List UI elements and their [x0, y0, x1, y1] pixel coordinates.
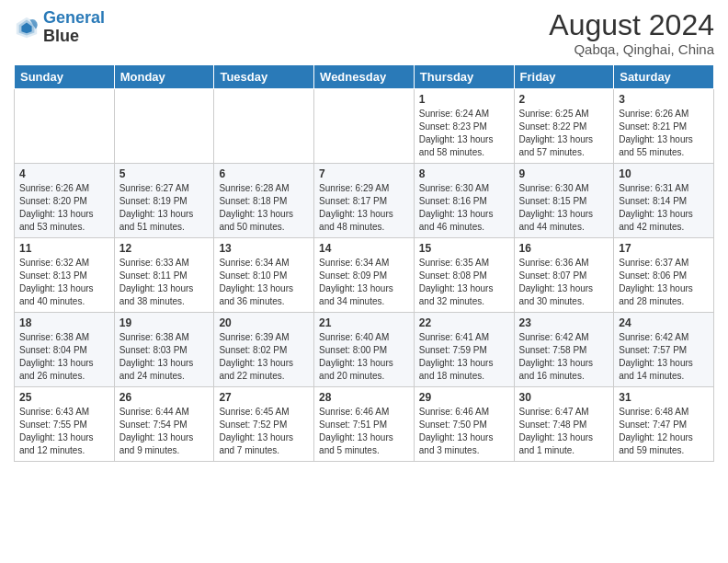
day-info: Sunrise: 6:48 AM Sunset: 7:47 PM Dayligh…	[619, 406, 709, 457]
main-title: August 2024	[549, 9, 714, 41]
logo: General Blue	[14, 9, 105, 46]
day-number: 18	[19, 316, 109, 329]
day-info: Sunrise: 6:38 AM Sunset: 8:04 PM Dayligh…	[19, 331, 109, 383]
table-row: 4Sunrise: 6:26 AM Sunset: 8:20 PM Daylig…	[15, 164, 115, 238]
day-number: 10	[619, 167, 709, 180]
table-row: 5Sunrise: 6:27 AM Sunset: 8:19 PM Daylig…	[114, 164, 214, 238]
day-number: 13	[219, 242, 309, 255]
day-number: 12	[119, 242, 210, 255]
calendar-week-row: 1Sunrise: 6:24 AM Sunset: 8:23 PM Daylig…	[15, 89, 714, 164]
day-info: Sunrise: 6:37 AM Sunset: 8:06 PM Dayligh…	[619, 257, 709, 308]
day-info: Sunrise: 6:44 AM Sunset: 7:54 PM Dayligh…	[119, 406, 210, 457]
day-number: 4	[19, 167, 109, 180]
calendar-table: Sunday Monday Tuesday Wednesday Thursday…	[14, 64, 714, 462]
table-row	[15, 89, 115, 164]
day-number: 8	[419, 167, 509, 180]
table-row: 19Sunrise: 6:38 AM Sunset: 8:03 PM Dayli…	[114, 313, 214, 387]
day-info: Sunrise: 6:35 AM Sunset: 8:08 PM Dayligh…	[419, 257, 509, 308]
day-info: Sunrise: 6:32 AM Sunset: 8:13 PM Dayligh…	[19, 257, 109, 308]
day-info: Sunrise: 6:33 AM Sunset: 8:11 PM Dayligh…	[119, 257, 210, 308]
col-monday: Monday	[114, 65, 214, 89]
col-wednesday: Wednesday	[314, 65, 415, 89]
col-tuesday: Tuesday	[214, 65, 314, 89]
day-info: Sunrise: 6:34 AM Sunset: 8:10 PM Dayligh…	[219, 257, 309, 308]
day-info: Sunrise: 6:46 AM Sunset: 7:50 PM Dayligh…	[419, 406, 509, 457]
table-row: 7Sunrise: 6:29 AM Sunset: 8:17 PM Daylig…	[314, 164, 415, 238]
day-info: Sunrise: 6:45 AM Sunset: 7:52 PM Dayligh…	[219, 406, 309, 457]
day-number: 27	[219, 391, 309, 404]
day-number: 9	[519, 167, 609, 180]
table-row: 24Sunrise: 6:42 AM Sunset: 7:57 PM Dayli…	[614, 313, 714, 387]
calendar-header-row: Sunday Monday Tuesday Wednesday Thursday…	[15, 65, 714, 89]
day-number: 3	[619, 93, 709, 106]
page-container: General Blue August 2024 Qabqa, Qinghai,…	[0, 0, 728, 563]
calendar-week-row: 4Sunrise: 6:26 AM Sunset: 8:20 PM Daylig…	[15, 164, 714, 238]
table-row: 27Sunrise: 6:45 AM Sunset: 7:52 PM Dayli…	[214, 387, 314, 462]
table-row: 23Sunrise: 6:42 AM Sunset: 7:58 PM Dayli…	[514, 313, 614, 387]
table-row: 28Sunrise: 6:46 AM Sunset: 7:51 PM Dayli…	[314, 387, 415, 462]
day-info: Sunrise: 6:47 AM Sunset: 7:48 PM Dayligh…	[519, 406, 609, 457]
day-number: 31	[619, 391, 709, 404]
day-number: 21	[319, 316, 409, 329]
table-row: 14Sunrise: 6:34 AM Sunset: 8:09 PM Dayli…	[314, 238, 415, 313]
table-row	[114, 89, 214, 164]
day-number: 29	[419, 391, 509, 404]
col-thursday: Thursday	[414, 65, 514, 89]
day-info: Sunrise: 6:41 AM Sunset: 7:59 PM Dayligh…	[419, 331, 509, 383]
day-number: 16	[519, 242, 609, 255]
day-info: Sunrise: 6:26 AM Sunset: 8:21 PM Dayligh…	[619, 108, 709, 159]
day-info: Sunrise: 6:46 AM Sunset: 7:51 PM Dayligh…	[319, 406, 409, 457]
col-sunday: Sunday	[15, 65, 115, 89]
table-row: 2Sunrise: 6:25 AM Sunset: 8:22 PM Daylig…	[514, 89, 614, 164]
day-number: 22	[419, 316, 509, 329]
day-info: Sunrise: 6:38 AM Sunset: 8:03 PM Dayligh…	[119, 331, 210, 383]
day-info: Sunrise: 6:27 AM Sunset: 8:19 PM Dayligh…	[119, 182, 210, 234]
day-info: Sunrise: 6:30 AM Sunset: 8:16 PM Dayligh…	[419, 182, 509, 234]
table-row: 22Sunrise: 6:41 AM Sunset: 7:59 PM Dayli…	[414, 313, 514, 387]
table-row: 13Sunrise: 6:34 AM Sunset: 8:10 PM Dayli…	[214, 238, 314, 313]
title-block: August 2024 Qabqa, Qinghai, China	[549, 9, 714, 57]
table-row: 31Sunrise: 6:48 AM Sunset: 7:47 PM Dayli…	[614, 387, 714, 462]
table-row: 12Sunrise: 6:33 AM Sunset: 8:11 PM Dayli…	[114, 238, 214, 313]
day-info: Sunrise: 6:40 AM Sunset: 8:00 PM Dayligh…	[319, 331, 409, 383]
table-row: 1Sunrise: 6:24 AM Sunset: 8:23 PM Daylig…	[414, 89, 514, 164]
table-row	[214, 89, 314, 164]
day-info: Sunrise: 6:43 AM Sunset: 7:55 PM Dayligh…	[19, 406, 109, 457]
table-row: 8Sunrise: 6:30 AM Sunset: 8:16 PM Daylig…	[414, 164, 514, 238]
table-row: 17Sunrise: 6:37 AM Sunset: 8:06 PM Dayli…	[614, 238, 714, 313]
day-info: Sunrise: 6:42 AM Sunset: 7:57 PM Dayligh…	[619, 331, 709, 383]
table-row: 21Sunrise: 6:40 AM Sunset: 8:00 PM Dayli…	[314, 313, 415, 387]
calendar-week-row: 18Sunrise: 6:38 AM Sunset: 8:04 PM Dayli…	[15, 313, 714, 387]
day-number: 5	[119, 167, 210, 180]
day-info: Sunrise: 6:34 AM Sunset: 8:09 PM Dayligh…	[319, 257, 409, 308]
table-row: 29Sunrise: 6:46 AM Sunset: 7:50 PM Dayli…	[414, 387, 514, 462]
day-number: 26	[119, 391, 210, 404]
day-number: 14	[319, 242, 409, 255]
table-row: 18Sunrise: 6:38 AM Sunset: 8:04 PM Dayli…	[15, 313, 115, 387]
calendar-week-row: 11Sunrise: 6:32 AM Sunset: 8:13 PM Dayli…	[15, 238, 714, 313]
day-info: Sunrise: 6:36 AM Sunset: 8:07 PM Dayligh…	[519, 257, 609, 308]
day-info: Sunrise: 6:39 AM Sunset: 8:02 PM Dayligh…	[219, 331, 309, 383]
calendar-week-row: 25Sunrise: 6:43 AM Sunset: 7:55 PM Dayli…	[15, 387, 714, 462]
day-info: Sunrise: 6:24 AM Sunset: 8:23 PM Dayligh…	[419, 108, 509, 159]
day-number: 2	[519, 93, 609, 106]
day-info: Sunrise: 6:30 AM Sunset: 8:15 PM Dayligh…	[519, 182, 609, 234]
table-row: 9Sunrise: 6:30 AM Sunset: 8:15 PM Daylig…	[514, 164, 614, 238]
day-info: Sunrise: 6:29 AM Sunset: 8:17 PM Dayligh…	[319, 182, 409, 234]
day-number: 24	[619, 316, 709, 329]
table-row: 11Sunrise: 6:32 AM Sunset: 8:13 PM Dayli…	[15, 238, 115, 313]
col-friday: Friday	[514, 65, 614, 89]
day-number: 28	[319, 391, 409, 404]
col-saturday: Saturday	[614, 65, 714, 89]
table-row: 30Sunrise: 6:47 AM Sunset: 7:48 PM Dayli…	[514, 387, 614, 462]
subtitle: Qabqa, Qinghai, China	[549, 41, 714, 57]
day-number: 6	[219, 167, 309, 180]
table-row: 10Sunrise: 6:31 AM Sunset: 8:14 PM Dayli…	[614, 164, 714, 238]
table-row: 26Sunrise: 6:44 AM Sunset: 7:54 PM Dayli…	[114, 387, 214, 462]
day-number: 20	[219, 316, 309, 329]
table-row: 6Sunrise: 6:28 AM Sunset: 8:18 PM Daylig…	[214, 164, 314, 238]
table-row: 20Sunrise: 6:39 AM Sunset: 8:02 PM Dayli…	[214, 313, 314, 387]
day-info: Sunrise: 6:25 AM Sunset: 8:22 PM Dayligh…	[519, 108, 609, 159]
table-row: 3Sunrise: 6:26 AM Sunset: 8:21 PM Daylig…	[614, 89, 714, 164]
day-number: 17	[619, 242, 709, 255]
